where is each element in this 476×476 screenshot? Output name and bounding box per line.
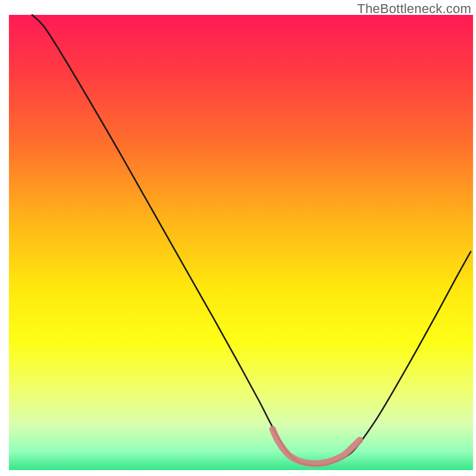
chart-svg [0,0,476,476]
watermark-text: TheBottleneck.com [357,1,471,17]
chart-container: TheBottleneck.com [0,0,476,476]
